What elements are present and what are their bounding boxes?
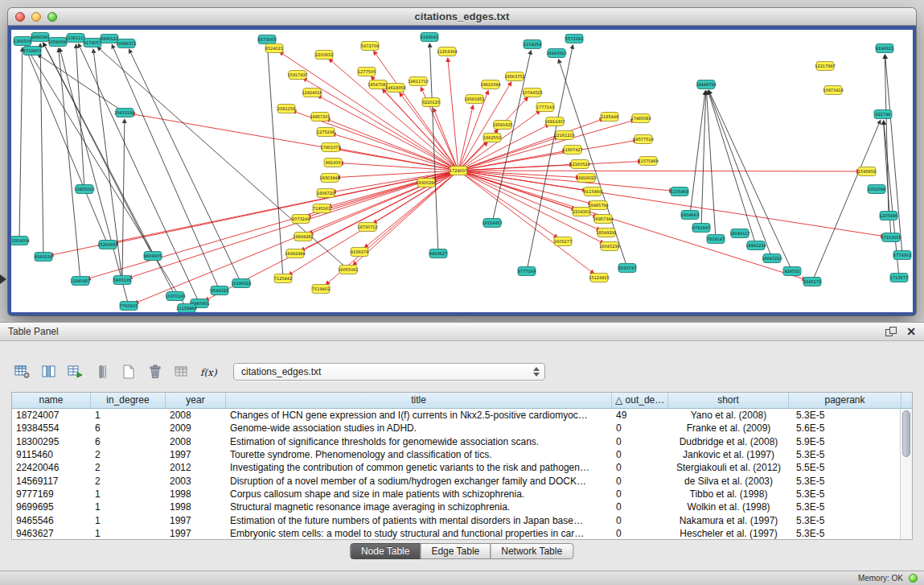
- graph-node[interactable]: 19610094: [480, 80, 500, 89]
- graph-node[interactable]: 9546328: [211, 286, 228, 295]
- column-header-title[interactable]: title: [226, 393, 612, 408]
- table-row[interactable]: 977716911998Corpus callosum shape and si…: [12, 488, 912, 501]
- graph-node[interactable]: 8183041: [421, 33, 438, 42]
- graph-node[interactable]: 19448794: [696, 80, 716, 89]
- graph-node[interactable]: 8524021: [265, 44, 283, 53]
- graph-node[interactable]: 8791947: [692, 224, 710, 233]
- import-table-button[interactable]: [170, 362, 193, 381]
- column-header-pagerank[interactable]: pagerank: [789, 393, 901, 408]
- graph-node[interactable]: 17485083: [630, 114, 651, 123]
- graph-node[interactable]: 10973418: [823, 86, 843, 95]
- graph-node[interactable]: 19581851: [464, 95, 484, 104]
- table-row[interactable]: 1872400712008Changes of HCN gene express…: [12, 409, 912, 422]
- hidden-panel-arrow-icon[interactable]: [0, 274, 6, 284]
- graph-node[interactable]: 1662550: [483, 134, 501, 142]
- graph-node[interactable]: 5572391: [565, 35, 583, 43]
- new-document-button[interactable]: [117, 362, 140, 381]
- graph-node[interactable]: 9196321: [876, 44, 893, 53]
- close-panel-icon[interactable]: ✕: [906, 326, 916, 337]
- column-header-name[interactable]: name: [12, 393, 91, 408]
- graph-node[interactable]: 9560156: [35, 253, 52, 262]
- graph-node[interactable]: 11254304: [437, 47, 457, 56]
- graph-node[interactable]: 12424016: [302, 89, 322, 97]
- graph-node[interactable]: 18549291: [596, 229, 616, 237]
- graph-node[interactable]: 1155469: [671, 187, 688, 196]
- graph-node[interactable]: 9115460: [584, 187, 602, 196]
- graph-node[interactable]: 12161210: [554, 131, 574, 140]
- float-panel-icon[interactable]: [885, 327, 897, 337]
- table-settings-button[interactable]: [11, 362, 34, 381]
- graph-node[interactable]: 19563752: [504, 72, 524, 81]
- graph-node[interactable]: 8593747: [618, 264, 636, 273]
- graph-node[interactable]: 1595858: [858, 167, 876, 176]
- graph-node[interactable]: 10196522: [231, 279, 251, 288]
- graph-node[interactable]: 12160524: [569, 160, 589, 169]
- zoom-window-button[interactable]: [47, 12, 57, 22]
- table-row[interactable]: 969969511998Structural magnetic resonanc…: [12, 501, 912, 513]
- graph-node[interactable]: 16492494: [285, 249, 305, 258]
- graph-node[interactable]: 18941234: [745, 241, 766, 250]
- graph-node[interactable]: 14618058: [385, 84, 405, 93]
- graph-node[interactable]: 9174057: [84, 39, 101, 47]
- graph-node[interactable]: 6774302: [893, 251, 911, 260]
- graph-node[interactable]: 17901077: [320, 143, 340, 152]
- graph-node[interactable]: 1777143: [536, 103, 554, 112]
- graph-node[interactable]: 7519402: [312, 285, 330, 294]
- graph-node[interactable]: 1277505: [358, 68, 376, 76]
- graph-node[interactable]: 2073244: [292, 215, 310, 224]
- graph-node[interactable]: 1205986: [880, 212, 897, 220]
- graph-node[interactable]: 2081158: [277, 105, 295, 113]
- graph-node[interactable]: 18303940: [319, 174, 339, 183]
- table-row[interactable]: 2242004622012Investigating the contribut…: [12, 461, 912, 474]
- graph-node[interactable]: 2185446: [601, 113, 618, 122]
- window-titlebar[interactable]: citations_edges.txt: [8, 8, 916, 26]
- graph-node[interactable]: 16816023: [576, 174, 596, 183]
- graph-node[interactable]: 9886390: [31, 33, 49, 42]
- function-builder-button[interactable]: f(x): [197, 362, 220, 381]
- graph-node[interactable]: 7195301: [313, 204, 331, 213]
- network-canvas-svg[interactable]: 1366509988639010590090113811119174057899…: [11, 30, 913, 312]
- table-row[interactable]: 946554611997Estimation of the future num…: [12, 513, 912, 526]
- graph-node[interactable]: 18300295: [416, 179, 436, 187]
- graph-node[interactable]: 8573003: [258, 35, 276, 44]
- graph-node[interactable]: 19154457: [482, 219, 502, 228]
- graph-node[interactable]: 5905135: [113, 276, 131, 285]
- graph-node[interactable]: 9245170: [803, 278, 821, 286]
- graph-node[interactable]: 1724007: [450, 167, 467, 175]
- column-header-short[interactable]: short: [668, 393, 789, 408]
- graph-node[interactable]: 9806905: [144, 252, 162, 261]
- graph-node[interactable]: 10744525: [522, 89, 542, 97]
- graph-node[interactable]: 25260650: [97, 241, 117, 249]
- graph-node[interactable]: 991403: [324, 159, 342, 167]
- graph-node[interactable]: 19649282: [293, 233, 313, 241]
- row-tools-button[interactable]: [91, 362, 113, 381]
- delete-button[interactable]: [144, 362, 166, 381]
- graph-node[interactable]: 19611710: [408, 77, 428, 86]
- graph-node[interactable]: 12217897: [815, 62, 835, 71]
- graph-node[interactable]: 2204301: [573, 208, 590, 216]
- graph-node[interactable]: 7125442: [274, 274, 292, 283]
- column-header-year[interactable]: year: [166, 393, 226, 408]
- graph-node[interactable]: 15124815: [589, 274, 609, 282]
- graph-node[interactable]: 1604663: [681, 211, 699, 220]
- graph-node[interactable]: 9463627: [429, 249, 447, 258]
- tab-edge-table[interactable]: Edge Table: [420, 543, 491, 559]
- graph-node[interactable]: 1713577: [890, 274, 908, 282]
- graph-node[interactable]: 11607427: [562, 146, 582, 154]
- graph-node[interactable]: 13805016: [74, 185, 94, 194]
- tab-network-table[interactable]: Network Table: [490, 543, 573, 559]
- graph-node[interactable]: 2154254: [524, 40, 541, 49]
- graph-node[interactable]: 16814307: [544, 117, 565, 126]
- graph-node[interactable]: 1366509: [14, 37, 31, 46]
- graph-node[interactable]: 7760933: [120, 302, 138, 311]
- graph-node[interactable]: 16045234: [599, 242, 619, 251]
- graph-node[interactable]: 16055061: [338, 266, 358, 274]
- graph-node[interactable]: 11845407: [70, 277, 90, 286]
- graph-node[interactable]: 18495794: [588, 201, 608, 210]
- graph-node[interactable]: 18730712: [357, 223, 377, 232]
- tab-node-table[interactable]: Node Table: [350, 543, 421, 559]
- close-window-button[interactable]: [15, 12, 25, 22]
- select-columns-button[interactable]: [38, 362, 60, 381]
- graph-node[interactable]: 19591625: [492, 121, 512, 130]
- graph-node[interactable]: 3220125: [422, 98, 440, 107]
